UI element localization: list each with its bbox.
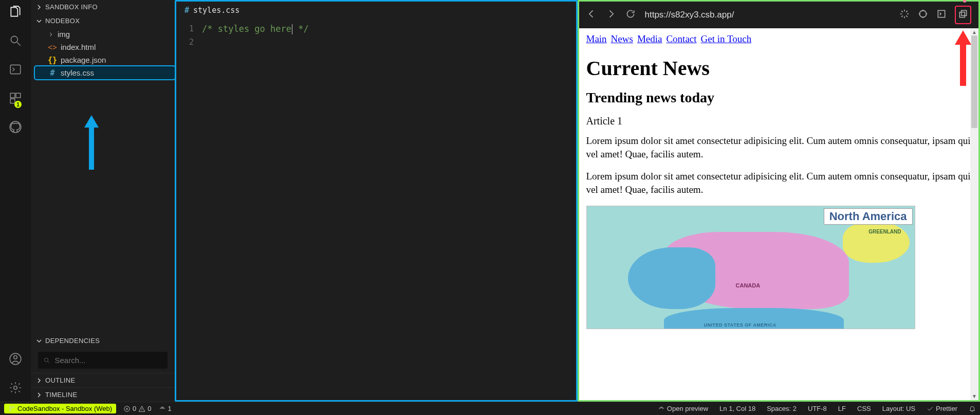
section-label: SANDBOX INFO [45,3,98,11]
forward-icon[interactable] [606,9,616,21]
folder-img[interactable]: img [35,28,175,41]
account-icon[interactable] [9,352,22,368]
preview-toolbar: https://s82xy3.csb.app/ [579,2,979,28]
editor-tab-styles[interactable]: # styles.css [176,2,576,19]
activity-bar: 1 [0,0,31,402]
status-ports[interactable]: 1 [159,405,172,412]
text-cursor [292,24,292,34]
preview-content[interactable]: Main News Media Contact Get in Touch Cur… [579,28,979,400]
file-package-json[interactable]: {} package.json [35,53,175,66]
search-icon[interactable] [9,34,22,49]
code-line: /* styles go here */ [202,22,576,35]
scroll-down-icon[interactable]: ▼ [972,393,977,399]
explorer-icon[interactable] [9,5,22,21]
section-timeline[interactable]: TIMELINE [31,387,175,402]
status-language[interactable]: CSS [857,405,871,412]
status-errors[interactable]: 0 0 [123,405,151,412]
chevron-right-icon [36,392,42,398]
map-image: North America GREENLAND CANADA UNITED ST… [586,206,915,329]
chevron-down-icon [36,18,42,24]
preview-scrollbar[interactable]: ▲ ▼ [970,28,978,400]
svg-point-10 [919,10,926,17]
section-label: OUTLINE [45,376,75,384]
nav-media[interactable]: Media [637,33,662,44]
file-styles-css[interactable]: # styles.css [35,66,175,79]
svg-point-0 [11,36,17,43]
svg-rect-13 [961,10,967,15]
section-dependencies[interactable]: DEPENDENCIES [31,334,175,348]
nav-get-in-touch[interactable]: Get in Touch [701,33,752,44]
gutter: 1 2 [176,22,202,49]
status-branch[interactable]: CodeSandbox - Sandbox (Web) [4,404,116,413]
html-icon: <> [48,43,57,51]
page-heading: Current News [586,56,972,80]
map-label-usa: UNITED STATES OF AMERICA [704,322,776,328]
svg-rect-2 [10,93,15,98]
back-icon[interactable] [586,9,597,21]
code-area[interactable]: 1 2 /* styles go here */ [176,19,576,49]
status-prettier[interactable]: Prettier [927,405,957,412]
svg-rect-3 [16,93,21,98]
section-outline[interactable]: OUTLINE [31,373,175,387]
branch-label: CodeSandbox - Sandbox (Web) [17,405,112,412]
svg-point-14 [9,406,10,407]
preview-pane: https://s82xy3.csb.app/ Main News Media … [578,0,981,402]
line-number: 1 [176,22,194,35]
status-eol[interactable]: LF [838,405,846,412]
nav-main[interactable]: Main [586,33,607,44]
tab-label: styles.css [193,6,239,15]
svg-point-9 [44,358,48,362]
map-title: North America [824,208,913,225]
dependencies-search[interactable] [38,352,168,369]
explorer-sidebar: SANDBOX INFO NODEBOX img <> index.html {… [31,0,175,402]
css-icon: # [48,69,57,77]
open-new-window-button[interactable] [955,6,971,24]
section-label: TIMELINE [45,391,77,399]
status-encoding[interactable]: UTF-8 [808,405,827,412]
file-label: index.html [61,43,96,51]
article-paragraph: Lorem ipsum dolor sit amet consectetur a… [586,134,972,160]
status-cursor[interactable]: Ln 1, Col 18 [719,405,755,412]
status-bar: CodeSandbox - Sandbox (Web) 0 0 1 Open p… [0,402,980,415]
map-label-canada: CANADA [736,282,761,288]
file-label: styles.css [61,68,94,77]
svg-point-8 [14,386,17,390]
reload-icon[interactable] [625,9,636,21]
nav-contact[interactable]: Contact [666,33,696,44]
badge: 1 [14,101,22,108]
github-icon[interactable] [9,120,22,136]
file-label: package.json [61,56,106,64]
scroll-up-icon[interactable]: ▲ [972,29,977,35]
status-spaces[interactable]: Spaces: 2 [767,405,797,412]
status-open-preview[interactable]: Open preview [658,405,708,412]
scroll-thumb[interactable] [971,35,977,128]
target-icon[interactable] [918,9,928,21]
url-text[interactable]: https://s82xy3.csb.app/ [645,10,891,20]
line-number: 2 [176,35,194,49]
preview-nav: Main News Media Contact Get in Touch [586,33,972,45]
section-label: NODEBOX [45,17,80,25]
chevron-down-icon [36,338,42,344]
section-label: DEPENDENCIES [45,337,100,345]
svg-point-7 [14,356,17,359]
status-layout[interactable]: Layout: US [882,405,915,412]
devtools-icon[interactable] [936,9,947,21]
chevron-right-icon [36,377,42,384]
svg-rect-1 [10,65,21,74]
section-sandbox-info[interactable]: SANDBOX INFO [31,0,175,14]
section-nodebox[interactable]: NODEBOX [31,14,175,28]
sparkle-icon[interactable] [899,9,910,21]
chevron-right-icon [48,32,53,37]
file-index-html[interactable]: <> index.html [35,41,175,53]
terminal-icon[interactable] [9,63,22,78]
search-input[interactable] [54,356,162,365]
nav-news[interactable]: News [611,33,633,44]
file-tree: img <> index.html {} package.json # styl… [31,28,175,79]
json-icon: {} [48,56,57,64]
page-subheading: Trending news today [586,89,972,106]
editor-pane: # styles.css 1 2 /* styles go here */ [175,0,578,402]
article-title: Article 1 [586,115,972,127]
status-bell-icon[interactable] [969,405,976,412]
settings-icon[interactable] [9,381,22,396]
svg-point-15 [9,410,10,411]
